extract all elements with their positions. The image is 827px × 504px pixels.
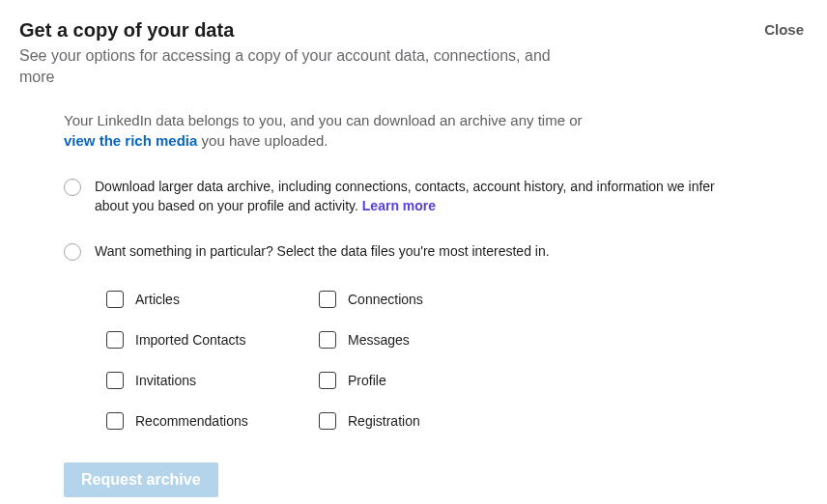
checkbox-row-articles[interactable]: Articles [106, 291, 309, 308]
radio-option-specific[interactable]: Want something in particular? Select the… [64, 242, 721, 262]
intro-prefix: Your LinkedIn data belongs to you, and y… [64, 112, 582, 128]
view-rich-media-link[interactable]: view the rich media [64, 132, 197, 149]
intro-text: Your LinkedIn data belongs to you, and y… [64, 110, 585, 151]
checkbox-row-connections[interactable]: Connections [319, 291, 522, 308]
page-title: Get a copy of your data [19, 19, 234, 42]
checkbox-imported-contacts[interactable] [106, 331, 124, 349]
checkbox-label-registration: Registration [348, 413, 420, 429]
radio-specific-label: Want something in particular? Select the… [95, 242, 550, 262]
radio-full-archive[interactable] [64, 179, 81, 196]
checkbox-registration[interactable] [319, 412, 336, 430]
checkbox-row-registration[interactable]: Registration [319, 412, 522, 430]
checkbox-label-connections: Connections [348, 292, 423, 307]
checkbox-row-imported-contacts[interactable]: Imported Contacts [106, 331, 309, 349]
radio-option-full-archive[interactable]: Download larger data archive, including … [64, 178, 721, 215]
checkbox-label-articles: Articles [135, 292, 180, 307]
close-button[interactable]: Close [760, 19, 808, 40]
learn-more-link[interactable]: Learn more [362, 198, 436, 213]
checkbox-connections[interactable] [319, 291, 336, 308]
checkbox-label-imported-contacts: Imported Contacts [135, 332, 245, 348]
request-archive-button[interactable]: Request archive [64, 462, 218, 497]
checkbox-recommendations[interactable] [106, 412, 124, 430]
checkbox-row-recommendations[interactable]: Recommendations [106, 412, 309, 430]
checkbox-label-profile: Profile [348, 373, 386, 388]
page-subtitle: See your options for accessing a copy of… [19, 45, 560, 87]
checkbox-label-messages: Messages [348, 332, 410, 348]
radio-full-archive-label: Download larger data archive, including … [95, 178, 721, 215]
intro-suffix: you have uploaded. [197, 132, 328, 149]
checkbox-row-messages[interactable]: Messages [319, 331, 522, 349]
checkbox-profile[interactable] [319, 372, 336, 389]
checkbox-label-invitations: Invitations [135, 373, 196, 388]
content-area: Your LinkedIn data belongs to you, and y… [19, 87, 808, 504]
checkbox-label-recommendations: Recommendations [135, 413, 248, 429]
checkbox-articles[interactable] [106, 291, 124, 308]
checkbox-messages[interactable] [319, 331, 336, 349]
checkbox-grid: Articles Connections Imported Contacts M… [106, 291, 808, 430]
checkbox-invitations[interactable] [106, 372, 124, 389]
radio-specific[interactable] [64, 243, 81, 261]
checkbox-row-invitations[interactable]: Invitations [106, 372, 309, 389]
checkbox-row-profile[interactable]: Profile [319, 372, 522, 389]
options-group: Download larger data archive, including … [64, 178, 808, 430]
